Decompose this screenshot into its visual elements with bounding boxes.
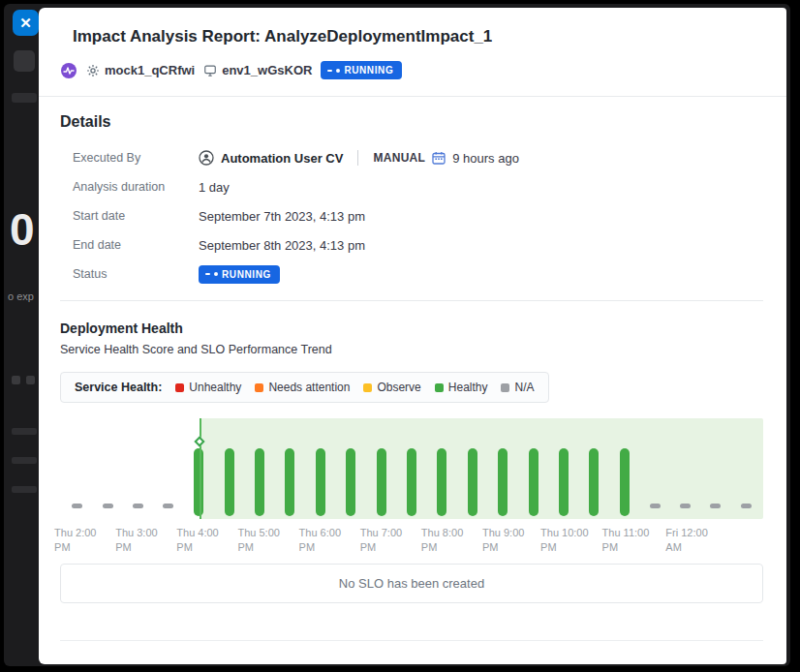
health-bar[interactable]	[579, 418, 609, 519]
deployment-health-subheading: Service Health Score and SLO Performance…	[60, 343, 763, 356]
footer-divider	[60, 640, 763, 641]
x-axis-label: Thu 9:00PM	[482, 526, 524, 555]
deployment-health-heading: Deployment Health	[60, 321, 763, 336]
x-axis-label: Thu 2:00PM	[54, 526, 96, 555]
deployment-marker[interactable]	[200, 418, 201, 519]
background-count: 0	[10, 203, 35, 256]
vertical-divider	[357, 150, 358, 166]
health-bar[interactable]	[92, 418, 122, 519]
x-axis-label: Thu 8:00PM	[421, 526, 463, 555]
end-date-value: September 8th 2023, 4:13 pm	[199, 238, 365, 253]
health-bar[interactable]	[609, 418, 639, 519]
analysis-duration-value: 1 day	[199, 180, 230, 195]
background-table-row	[12, 486, 37, 493]
x-axis-labels: Thu 2:00PMThu 3:00PMThu 4:00PMThu 5:00PM…	[60, 519, 763, 554]
details-section: Details Executed By Automation User CV M…	[39, 113, 786, 301]
health-bar[interactable]	[427, 418, 457, 519]
close-button[interactable]: ✕	[13, 10, 39, 36]
background-chip	[12, 93, 37, 103]
user-icon	[199, 150, 214, 166]
health-bar[interactable]	[548, 418, 578, 519]
x-axis-label: Thu 3:00PM	[115, 526, 157, 555]
status-badge: RUNNING	[321, 61, 402, 79]
status-badge-label: RUNNING	[344, 65, 393, 76]
trigger-type: MANUAL	[373, 151, 425, 165]
health-bar[interactable]	[244, 418, 274, 519]
slo-empty-state: No SLO has been created	[60, 564, 763, 603]
start-date-value: September 7th 2023, 4:13 pm	[199, 209, 365, 224]
background-menu-icon	[14, 50, 35, 72]
detail-row-start-date: Start date September 7th 2023, 4:13 pm	[73, 201, 763, 230]
page-title: Impact Analysis Report: AnalyzeDeploymen…	[73, 27, 763, 46]
deployment-health-section: Deployment Health Service Health Score a…	[39, 321, 786, 641]
health-bar[interactable]	[305, 418, 335, 519]
health-bar[interactable]	[396, 418, 426, 519]
environment-name-label: env1_wGsKOR	[222, 63, 312, 77]
health-bar[interactable]	[700, 418, 730, 519]
x-axis-label: Thu 11:00PM	[602, 526, 650, 555]
health-bar[interactable]	[214, 418, 244, 519]
health-bar[interactable]	[153, 418, 183, 519]
needs-attention-swatch	[255, 383, 263, 392]
x-axis-label: Thu 10:00PM	[540, 526, 589, 555]
divider	[39, 96, 786, 97]
x-axis-label: Thu 7:00PM	[360, 526, 402, 555]
environment-name[interactable]: env1_wGsKOR	[203, 63, 312, 77]
gear-icon	[86, 64, 100, 77]
health-bar[interactable]	[518, 418, 548, 519]
na-swatch	[501, 383, 509, 392]
report-meta-row: mock1_qCRfwi env1_wGsKOR RUNNING	[60, 61, 786, 79]
health-chart-plot	[60, 418, 763, 519]
health-bar[interactable]	[670, 418, 700, 519]
health-bar[interactable]	[731, 418, 761, 519]
detail-row-executed-by: Executed By Automation User CV MANUAL 9 …	[73, 143, 763, 172]
drawer-header: Impact Analysis Report: AnalyzeDeploymen…	[39, 8, 786, 46]
running-pulse-icon	[205, 273, 210, 275]
legend-item-healthy: Healthy	[435, 381, 488, 394]
background-table-row	[12, 428, 37, 435]
health-bar[interactable]	[62, 418, 92, 519]
legend-item-observe: Observe	[363, 381, 420, 394]
legend-item-unhealthy: Unhealthy	[175, 381, 241, 394]
running-pulse-icon	[327, 70, 332, 72]
details-heading: Details	[60, 113, 763, 131]
legend-item-needs-attention: Needs attention	[255, 381, 350, 394]
service-name[interactable]: mock1_qCRfwi	[86, 63, 195, 77]
x-axis-label: Thu 6:00PM	[299, 526, 341, 555]
executed-by-user: Automation User CV	[221, 151, 343, 166]
service-name-label: mock1_qCRfwi	[105, 63, 195, 77]
healthy-swatch	[435, 383, 444, 392]
executed-time: 9 hours ago	[452, 151, 519, 166]
health-bar[interactable]	[275, 418, 305, 519]
impact-analysis-drawer: Impact Analysis Report: AnalyzeDeploymen…	[39, 8, 786, 664]
health-bar[interactable]	[336, 418, 366, 519]
health-score-chart: Thu 2:00PMThu 3:00PMThu 4:00PMThu 5:00PM…	[60, 418, 763, 554]
health-bar[interactable]	[487, 418, 517, 519]
background-text-fragment: o exp	[8, 290, 34, 302]
detail-row-status: Status RUNNING	[73, 260, 763, 289]
observe-swatch	[363, 383, 372, 392]
health-bar[interactable]	[123, 418, 153, 519]
service-health-legend: Service Health: Unhealthy Needs attentio…	[60, 372, 549, 403]
unhealthy-swatch	[175, 383, 184, 392]
x-axis-label: Thu 4:00PM	[176, 526, 218, 555]
srm-module-icon	[60, 62, 77, 79]
legend-title: Service Health:	[75, 381, 162, 394]
status-badge: RUNNING	[199, 265, 280, 284]
background-table-row	[12, 457, 37, 464]
detail-row-end-date: End date September 8th 2023, 4:13 pm	[73, 230, 763, 260]
x-axis-label: Fri 12:00AM	[665, 526, 707, 555]
status-badge-label: RUNNING	[222, 269, 271, 280]
divider	[60, 300, 763, 301]
health-bar[interactable]	[457, 418, 487, 519]
calendar-icon	[432, 151, 446, 165]
detail-row-duration: Analysis duration 1 day	[73, 172, 763, 201]
legend-item-na: N/A	[501, 381, 534, 394]
x-axis-label: Thu 5:00PM	[237, 526, 279, 555]
health-bar[interactable]	[366, 418, 396, 519]
environment-icon	[203, 64, 217, 77]
health-bar[interactable]	[639, 418, 669, 519]
